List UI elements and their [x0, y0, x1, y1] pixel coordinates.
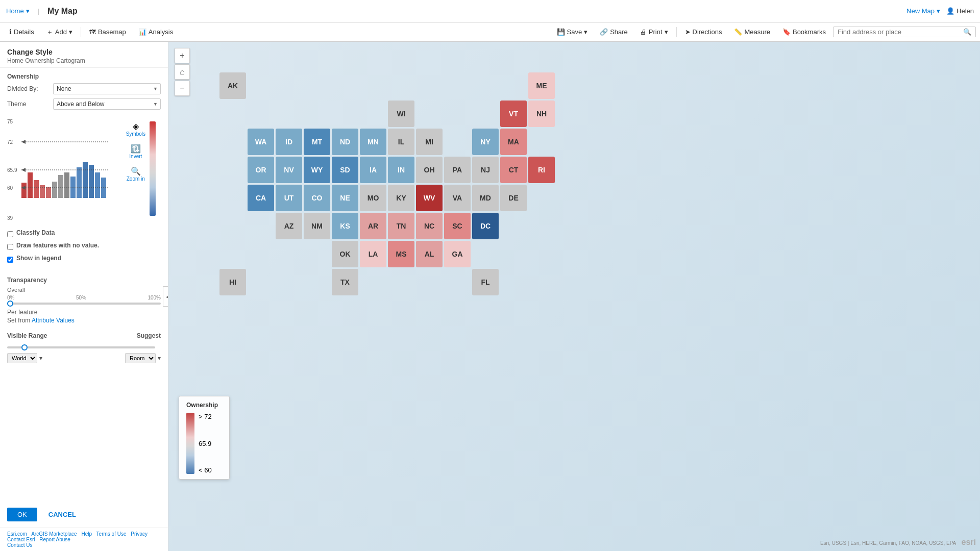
state-cell-wa[interactable]: WA: [248, 129, 274, 155]
state-cell-va[interactable]: VA: [444, 185, 471, 211]
directions-button[interactable]: ➤ Directions: [680, 26, 727, 38]
state-cell-ma[interactable]: MA: [500, 129, 527, 155]
state-cell-az[interactable]: AZ: [276, 213, 302, 239]
state-cell-oh[interactable]: OH: [416, 157, 443, 183]
no-value-label[interactable]: Draw features with no value.: [16, 242, 99, 249]
home-label[interactable]: Home: [6, 7, 24, 15]
state-cell-nm[interactable]: NM: [304, 213, 330, 239]
state-cell-de[interactable]: DE: [500, 185, 527, 211]
state-cell-nc[interactable]: NC: [416, 213, 443, 239]
bookmarks-button[interactable]: 🔖 Bookmarks: [777, 26, 831, 38]
state-cell-wv[interactable]: WV: [416, 185, 443, 211]
state-cell-ar[interactable]: AR: [360, 213, 386, 239]
legend-checkbox[interactable]: [7, 257, 13, 263]
state-cell-la[interactable]: LA: [360, 241, 386, 267]
suggest-link[interactable]: Suggest: [137, 332, 161, 339]
transparency-slider[interactable]: [7, 303, 161, 305]
state-cell-wi[interactable]: WI: [388, 101, 414, 127]
legend-label[interactable]: Show in legend: [16, 255, 61, 262]
state-cell-il[interactable]: IL: [388, 129, 414, 155]
theme-select[interactable]: Above and Below: [53, 98, 161, 110]
state-cell-mt[interactable]: MT: [304, 129, 330, 155]
state-cell-wy[interactable]: WY: [304, 157, 330, 183]
contact-esri-link[interactable]: Contact Esri: [7, 537, 35, 542]
state-cell-mi[interactable]: MI: [416, 129, 443, 155]
new-map-button[interactable]: New Map ▾: [906, 7, 940, 15]
state-cell-tn[interactable]: TN: [388, 213, 414, 239]
state-cell-ok[interactable]: OK: [332, 241, 358, 267]
share-button[interactable]: 🔗 Share: [595, 26, 633, 38]
save-button[interactable]: 💾 Save ▾: [552, 26, 593, 38]
state-cell-ia[interactable]: IA: [360, 157, 386, 183]
state-cell-nv[interactable]: NV: [276, 157, 302, 183]
state-cell-ks[interactable]: KS: [332, 213, 358, 239]
sidebar-collapse-button[interactable]: ◀: [163, 286, 168, 307]
basemap-button[interactable]: 🗺 Basemap: [84, 26, 131, 38]
state-cell-hi[interactable]: HI: [219, 269, 246, 295]
ok-button[interactable]: OK: [7, 508, 37, 521]
state-cell-or[interactable]: OR: [248, 157, 274, 183]
divided-by-select-wrapper[interactable]: None: [53, 83, 161, 94]
state-cell-mn[interactable]: MN: [360, 129, 386, 155]
classify-checkbox[interactable]: [7, 231, 13, 237]
state-cell-ky[interactable]: KY: [388, 185, 414, 211]
symbols-button[interactable]: ◈ Symbols: [126, 121, 145, 137]
state-cell-tx[interactable]: TX: [332, 269, 358, 295]
classify-label[interactable]: Classify Data: [16, 229, 55, 236]
state-cell-id[interactable]: ID: [276, 129, 302, 155]
state-cell-co[interactable]: CO: [304, 185, 330, 211]
state-cell-al[interactable]: AL: [416, 241, 443, 267]
no-value-checkbox[interactable]: [7, 244, 13, 250]
state-cell-ne[interactable]: NE: [332, 185, 358, 211]
privacy-link[interactable]: Privacy: [131, 531, 148, 537]
zoom-in-histogram-button[interactable]: 🔍 Zoom in: [126, 166, 145, 182]
map-area[interactable]: + ⌂ − AKMEWIVTNHWAIDMTNDMNILMINYMAORNVWY…: [168, 42, 980, 551]
world-select[interactable]: World: [7, 353, 37, 363]
state-cell-ca[interactable]: CA: [248, 185, 274, 211]
terms-link[interactable]: Terms of Use: [96, 531, 127, 537]
state-cell-nh[interactable]: NH: [528, 101, 555, 127]
state-cell-ms[interactable]: MS: [388, 241, 414, 267]
attribute-values-link[interactable]: Attribute Values: [32, 317, 75, 324]
state-cell-ri[interactable]: RI: [528, 157, 555, 183]
report-abuse-link[interactable]: Report Abuse: [39, 537, 70, 542]
add-button[interactable]: ＋ Add ▾: [41, 26, 78, 39]
zoom-out-button[interactable]: −: [175, 81, 190, 96]
state-cell-vt[interactable]: VT: [500, 101, 527, 127]
state-cell-ut[interactable]: UT: [276, 185, 302, 211]
user-name[interactable]: Helen: [957, 7, 974, 15]
visible-range-slider[interactable]: [7, 346, 155, 348]
state-cell-dc[interactable]: DC: [472, 213, 499, 239]
theme-select-wrapper[interactable]: Above and Below: [53, 98, 161, 110]
print-button[interactable]: 🖨 Print ▾: [635, 26, 673, 38]
marketplace-link[interactable]: ArcGIS Marketplace: [31, 531, 77, 537]
state-cell-ga[interactable]: GA: [444, 241, 471, 267]
zoom-home-button[interactable]: ⌂: [175, 64, 190, 80]
state-cell-fl[interactable]: FL: [472, 269, 499, 295]
state-cell-ny[interactable]: NY: [472, 129, 499, 155]
divided-by-select[interactable]: None: [53, 83, 161, 94]
state-cell-in[interactable]: IN: [388, 157, 414, 183]
state-cell-pa[interactable]: PA: [444, 157, 471, 183]
details-button[interactable]: ℹ Details: [4, 26, 39, 38]
state-cell-nj[interactable]: NJ: [472, 157, 499, 183]
search-icon[interactable]: 🔍: [963, 28, 971, 36]
measure-button[interactable]: 📏 Measure: [729, 26, 775, 38]
state-cell-sc[interactable]: SC: [444, 213, 471, 239]
help-link[interactable]: Help: [81, 531, 92, 537]
state-cell-sd[interactable]: SD: [332, 157, 358, 183]
state-cell-ak[interactable]: AK: [219, 72, 246, 99]
home-link[interactable]: Home ▾: [6, 7, 30, 15]
search-input[interactable]: [838, 28, 963, 36]
search-box[interactable]: 🔍: [833, 27, 976, 37]
state-cell-mo[interactable]: MO: [360, 185, 386, 211]
state-cell-md[interactable]: MD: [472, 185, 499, 211]
esri-link[interactable]: Esri.com: [7, 531, 27, 537]
cancel-button[interactable]: CANCEL: [42, 508, 82, 521]
state-cell-nd[interactable]: ND: [332, 129, 358, 155]
state-cell-me[interactable]: ME: [528, 72, 555, 99]
zoom-in-button[interactable]: +: [175, 48, 190, 63]
state-cell-ct[interactable]: CT: [500, 157, 527, 183]
room-select[interactable]: Room: [125, 353, 156, 363]
contact-us-link[interactable]: Contact Us: [7, 542, 32, 548]
